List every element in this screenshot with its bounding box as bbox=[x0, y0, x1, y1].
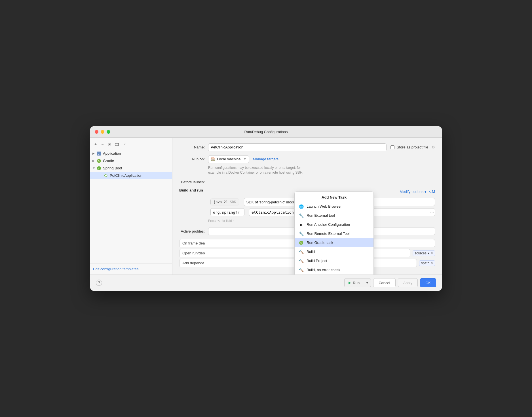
build-icon: 🔨 bbox=[299, 249, 304, 254]
action-buttons: ▶ Run ▼ Cancel Apply OK bbox=[344, 278, 436, 287]
active-profiles-label: Active profiles: bbox=[179, 229, 205, 233]
chevron-down-icon: ▼ bbox=[244, 158, 246, 161]
add-new-task-popup: Add New Task 🌐 Launch Web Browser 🔧 Run … bbox=[294, 192, 374, 275]
sort-config-button[interactable] bbox=[122, 141, 129, 148]
menu-label-launch-web-browser: Launch Web Browser bbox=[307, 204, 342, 208]
menu-item-run-another-config[interactable]: ▶ Run Another Configuration bbox=[295, 220, 373, 229]
menu-item-build-artifacts[interactable]: ✦ Build Artifacts bbox=[295, 275, 373, 275]
sidebar-item-application[interactable]: ▶ J Application bbox=[90, 150, 172, 157]
name-input[interactable] bbox=[208, 143, 387, 151]
name-label: Name: bbox=[179, 145, 205, 149]
tag-row: sources ▾ ✕ bbox=[413, 250, 435, 256]
menu-item-launch-web-browser[interactable]: 🌐 Launch Web Browser bbox=[295, 202, 373, 211]
content-area: Name: Store as project file ⚙ Run on: 🏠 … bbox=[172, 138, 442, 275]
run-dropdown-arrow[interactable]: ▼ bbox=[364, 278, 371, 287]
titlebar: Run/Debug Configurations bbox=[90, 126, 442, 138]
modify-options-button[interactable]: Modify options ▾ ⌥M bbox=[400, 190, 435, 194]
globe-icon: 🌐 bbox=[299, 204, 304, 209]
menu-label-run-remote-external: Run Remote External Tool bbox=[307, 231, 350, 236]
home-icon: 🏠 bbox=[211, 157, 215, 161]
menu-item-run-remote-external[interactable]: 🔧 Run Remote External Tool bbox=[295, 229, 373, 238]
chevron-down-icon: ▾ bbox=[425, 190, 427, 194]
copy-config-button[interactable]: ⎘ bbox=[107, 141, 112, 147]
menu-label-build-project: Build Project bbox=[307, 259, 327, 263]
spath-tag-row: spath ✕ bbox=[419, 260, 435, 266]
run-debug-config-window: Run/Debug Configurations + − ⎘ ▶ J bbox=[90, 126, 442, 291]
remove-config-button[interactable]: − bbox=[100, 141, 105, 147]
gradle-icon: G bbox=[96, 158, 102, 163]
svg-rect-0 bbox=[115, 143, 119, 146]
sources-tag-label: sources bbox=[415, 251, 427, 255]
wrench-icon: 🔧 bbox=[299, 213, 304, 218]
edit-templates-link[interactable]: Edit configuration templates... bbox=[93, 267, 142, 271]
menu-label-run-external-tool: Run External tool bbox=[307, 213, 335, 218]
close-button[interactable] bbox=[95, 130, 98, 134]
run-on-select[interactable]: 🏠 Local machine ▼ bbox=[208, 155, 249, 163]
apply-button[interactable]: Apply bbox=[398, 278, 418, 287]
main-class-browse-button[interactable]: ⋯ bbox=[430, 210, 434, 214]
sidebar-item-springboot[interactable]: ▼ S Spring Boot bbox=[90, 165, 172, 172]
run-on-hint: Run configurations may be executed local… bbox=[208, 165, 435, 175]
spath-tag: spath ✕ bbox=[419, 260, 435, 266]
name-row: Name: Store as project file ⚙ bbox=[179, 143, 435, 151]
run-on-row: Run on: 🏠 Local machine ▼ Manage targets… bbox=[179, 155, 435, 163]
add-config-button[interactable]: + bbox=[93, 141, 98, 147]
gradle-label: Gradle bbox=[103, 159, 114, 163]
build-project-icon: 🔨 bbox=[299, 258, 304, 263]
menu-label-build-no-error: Build, no error check bbox=[307, 268, 340, 272]
open-run-label: Open run/deb bbox=[182, 251, 205, 255]
store-gear-icon[interactable]: ⚙ bbox=[432, 145, 435, 149]
run-on-value: Local machine bbox=[217, 157, 241, 161]
sidebar-toolbar: + − ⎘ bbox=[90, 140, 172, 150]
tree-arrow: ▶ bbox=[92, 152, 96, 155]
sdk-separator: SDK bbox=[230, 200, 236, 204]
bottom-bar: ? ▶ Run ▼ Cancel Apply OK bbox=[90, 275, 442, 291]
sources-tag: sources ▾ ✕ bbox=[413, 250, 435, 256]
remove-sources-tag-button[interactable]: ✕ bbox=[430, 251, 433, 255]
minimize-button[interactable] bbox=[101, 130, 104, 134]
manage-targets-link[interactable]: Manage targets... bbox=[253, 157, 282, 161]
on-frame-label: On frame dea bbox=[182, 241, 205, 245]
menu-label-build: Build bbox=[307, 250, 315, 254]
run-on-label: Run on: bbox=[179, 157, 205, 161]
play-icon: ▶ bbox=[349, 281, 351, 285]
tag-dropdown-icon[interactable]: ▾ bbox=[428, 251, 429, 255]
menu-item-run-external-tool[interactable]: 🔧 Run External tool bbox=[295, 211, 373, 220]
remove-spath-tag-button[interactable]: ✕ bbox=[430, 261, 433, 265]
sidebar-bottom: Edit configuration templates... bbox=[90, 263, 172, 275]
run-button-wrap: ▶ Run ▼ bbox=[344, 278, 371, 287]
petclinic-icon bbox=[103, 173, 108, 178]
menu-item-build[interactable]: 🔨 Build bbox=[295, 247, 373, 256]
svg-text:G: G bbox=[98, 160, 100, 163]
menu-item-run-gradle-task[interactable]: G Run Gradle task bbox=[295, 238, 373, 247]
menu-item-build-no-error[interactable]: 🔨 Build, no error check bbox=[295, 265, 373, 275]
sidebar-item-gradle[interactable]: ▶ G Gradle bbox=[90, 157, 172, 165]
before-launch-row: Before launch: bbox=[179, 180, 435, 184]
sdk-prefix: java 21 bbox=[214, 200, 228, 204]
modify-options-shortcut: ⌥M bbox=[428, 190, 435, 194]
run-button[interactable]: ▶ Run bbox=[344, 278, 364, 287]
application-icon: J bbox=[96, 151, 102, 156]
maximize-button[interactable] bbox=[107, 130, 110, 134]
sidebar-item-petclinic[interactable]: PetClinicApplication bbox=[90, 172, 172, 179]
popup-title: Add New Task bbox=[295, 193, 373, 202]
menu-item-build-project[interactable]: 🔨 Build Project bbox=[295, 256, 373, 265]
modify-options-label: Modify options bbox=[400, 190, 423, 194]
application-label: Application bbox=[103, 151, 121, 156]
main-class-input[interactable] bbox=[210, 208, 244, 216]
play-icon: ▶ bbox=[299, 222, 304, 227]
ok-button[interactable]: OK bbox=[420, 278, 436, 287]
add-depend-label: Add depende bbox=[182, 261, 204, 265]
folder-config-button[interactable] bbox=[113, 141, 120, 148]
help-button[interactable]: ? bbox=[96, 280, 102, 286]
svg-text:G: G bbox=[300, 242, 302, 244]
spath-tag-label: spath bbox=[421, 261, 429, 265]
store-project-checkbox[interactable] bbox=[390, 145, 394, 149]
menu-label-run-gradle-task: Run Gradle task bbox=[307, 241, 333, 245]
sidebar: + − ⎘ ▶ J Application ▶ bbox=[90, 138, 172, 275]
cancel-button[interactable]: Cancel bbox=[373, 278, 395, 287]
tree-arrow: ▼ bbox=[92, 167, 96, 170]
before-launch-section: Before launch: bbox=[179, 180, 435, 184]
springboot-label: Spring Boot bbox=[103, 166, 122, 170]
run-label: Run bbox=[353, 281, 360, 285]
